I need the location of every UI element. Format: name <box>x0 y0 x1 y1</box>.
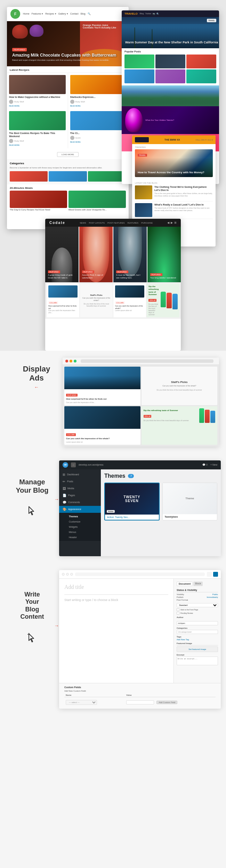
write-arrow: → <box>54 623 59 628</box>
codate-badge-1: FEATURED <box>48 270 60 273</box>
wp-sidebar-appearance[interactable]: 🎨 Appearance <box>59 506 101 513</box>
theme-name-display: TWENTYSEVEN <box>123 495 140 503</box>
staff-picks-desc: Can you catch the impression of the whal… <box>162 385 196 387</box>
ads-caption-3: COLUMN Can you catch the impression of t… <box>64 429 140 445</box>
editor-dot-3 <box>70 573 73 576</box>
bottle-red <box>205 410 210 423</box>
latest-text-2: The latest book of NYC fashion designers… <box>154 207 213 212</box>
ads-item-2: Staff's Picks Can you catch the impressi… <box>142 367 218 405</box>
pp-item-6 <box>186 69 216 83</box>
codate-bottom-2: Staff's Picks Can you catch the impressi… <box>80 284 113 317</box>
cf-value-input[interactable] <box>126 700 154 704</box>
submenu-widgets[interactable]: Widgets <box>59 524 101 529</box>
manage-arrow-row: → <box>5 496 59 502</box>
latest-thumb-2 <box>135 203 152 217</box>
excerpt-textarea[interactable] <box>177 657 218 665</box>
food-author-1: Ruby Wolf <box>9 100 66 104</box>
categories-field-value[interactable]: Uncategorized <box>177 630 218 634</box>
cf-name-header: Name <box>64 693 125 697</box>
popular-posts-grid <box>124 55 216 83</box>
tb2-nav: THE BMW XX FALL ON IT: 011 8 <box>132 135 216 144</box>
post-format-label: Post Format <box>177 599 218 601</box>
ads-thumb-1 <box>64 367 140 389</box>
set-featured-btn[interactable]: Set featured image <box>177 646 218 652</box>
post-format-select[interactable]: Standard <box>177 603 218 607</box>
editor-dot-1 <box>62 573 65 576</box>
media-icon: 🖼 <box>63 487 66 490</box>
bottle-1 <box>161 292 166 307</box>
mountain-silhouette <box>122 94 219 106</box>
theme-secondary-thumb: Theme <box>163 483 217 514</box>
codate-badge-3: FEATURED <box>116 270 128 273</box>
ads-caption-1: FEATURED How surprised he'll be when he … <box>64 389 140 405</box>
display-ads-layout: DisplayAds ← FEATURED <box>0 358 226 453</box>
bottle-blue <box>210 411 215 423</box>
wp-sidebar-media[interactable]: 🖼 Media <box>59 485 101 492</box>
dot-red <box>65 360 68 362</box>
cf-add-btn[interactable]: Add Custom Field <box>156 701 177 704</box>
tab-document[interactable]: Document <box>177 582 193 586</box>
codate-nav: Codate NEWS POST LAYOUTS POST FEATURES F… <box>45 219 181 227</box>
wp-sidebar-comments[interactable]: 💬 Comments <box>59 499 101 506</box>
status-visibility-section: Status & Visibility Visibility Public Pu… <box>177 589 218 615</box>
stick-checkbox[interactable] <box>177 608 179 611</box>
codate-bot-thumb-1 <box>48 285 78 298</box>
submenu-customize[interactable]: Customize <box>59 519 101 524</box>
cf-name-select[interactable]: — select — <box>66 700 97 705</box>
travel-hero-title: Warm Summer Day at the New Shelter Park … <box>125 41 218 45</box>
staff-picks-header: Staff's Picks <box>171 381 187 384</box>
editor-placeholder: Start writing or type / to choose a bloc… <box>64 598 168 602</box>
editor-title[interactable]: Add title <box>64 584 168 590</box>
tb2-logo <box>135 137 149 142</box>
author-avatar-2 <box>70 100 74 104</box>
author-input[interactable] <box>177 621 218 625</box>
food-blog-grid-2: The Best Cookies Recipes To Bake This We… <box>7 109 129 148</box>
publish-label: Publish <box>177 596 184 598</box>
pp-item-3 <box>186 55 216 68</box>
codate-hero-1: FEATURED A great thing made of gold. Dow… <box>45 227 79 282</box>
codate-bot-title-1: How surprised he'll be when he finds out <box>48 305 78 309</box>
visibility-value: Public <box>212 593 218 595</box>
add-tag-link[interactable]: Add New Tag <box>177 639 218 641</box>
ads-title-1: How surprised he'll be when he finds out <box>66 398 139 401</box>
wp-sidebar-pages[interactable]: 📄 Pages <box>59 492 101 499</box>
pending-checkbox[interactable] <box>177 612 179 615</box>
codate-nav-items: NEWS POST LAYOUTS POST FEATURES FEATURES… <box>80 222 153 224</box>
food-grid-item-1: How to Make Cappuccino without a Machine… <box>7 73 68 109</box>
wp-sidebar-dashboard[interactable]: ⊞ Dashboard <box>59 471 101 478</box>
load-more-btn[interactable]: LOAD MORE <box>57 152 79 157</box>
food-blog-grid: How to Make Cappuccino without a Machine… <box>7 73 129 109</box>
svg-marker-1 <box>29 634 34 642</box>
theme-twentyseven[interactable]: TWENTYSEVEN Active Active: Twenty Sev... <box>104 483 160 520</box>
themes-title: Themes <box>104 473 125 479</box>
write-blog-layout: WriteYourBlogContent → <box>0 567 226 712</box>
write-blog-title: WriteYourBlogContent <box>5 591 59 621</box>
food-blog-hero: Orange Passion JuiceCocktails You'll Act… <box>7 21 129 66</box>
food-blog-screenshot: F Home Features ▾ Recipes ▾ Gallery ▾ Co… <box>7 7 129 229</box>
bottle-2 <box>167 293 172 308</box>
theme-twentyseven-thumb: TWENTYSEVEN Active <box>105 483 159 515</box>
codate-badge-2: FEATURED <box>82 270 94 273</box>
wp-sidebar-posts[interactable]: ✏ Posts <box>59 478 101 485</box>
visibility-label: Visibility <box>177 593 184 595</box>
theme-secondary[interactable]: Theme Twentyteen <box>162 483 218 520</box>
manage-arrow: → <box>54 496 59 502</box>
tab-block[interactable]: Block <box>193 582 203 586</box>
featured-image-section: Featured Image Set featured image <box>177 642 218 652</box>
categories-section: Categories Become a bystander at home wi… <box>7 159 129 184</box>
popular-posts-title: Popular Posts <box>124 50 216 53</box>
post-format-row: Post Format Standard <box>177 599 218 607</box>
posts-icon: ✏ <box>63 480 65 483</box>
trending-section: Trending TRAVEL How to Travel Across the… <box>132 144 216 181</box>
submenu-menus[interactable]: Menus <box>59 529 101 535</box>
publish-row: Publish Immediately <box>177 596 218 598</box>
display-ads-title: DisplayAds <box>10 365 63 383</box>
wp-submenu: Themes Customize Widgets Menus Header <box>59 513 101 541</box>
food-title-3: The Best Cookies Recipes To Bake This We… <box>9 132 66 138</box>
product-badge: 20% off <box>148 299 156 302</box>
theme-secondary-name: Theme <box>185 497 194 500</box>
submenu-header[interactable]: Header <box>59 535 101 540</box>
submenu-themes[interactable]: Themes <box>59 514 101 519</box>
product-ad-sub: Do you think the time of the most beauti… <box>144 419 198 422</box>
pp-item-1 <box>124 55 154 68</box>
